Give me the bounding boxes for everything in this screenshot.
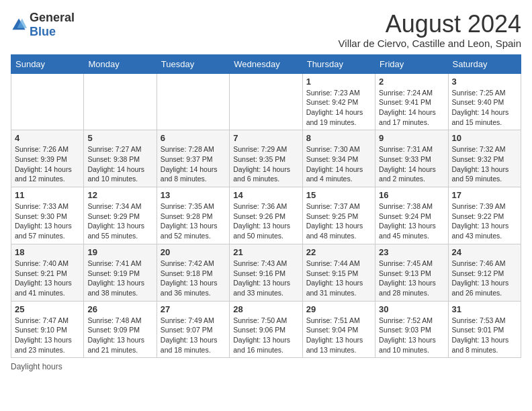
day-info: Sunrise: 7:50 AMSunset: 9:06 PMDaylight:… [233, 316, 298, 355]
logo-text: General Blue [30, 11, 75, 39]
day-info: Sunrise: 7:33 AMSunset: 9:30 PMDaylight:… [15, 201, 80, 241]
calendar-cell: 13Sunrise: 7:35 AMSunset: 9:28 PMDayligh… [157, 187, 229, 244]
day-number: 17 [452, 190, 517, 200]
calendar-cell: 29Sunrise: 7:51 AMSunset: 9:04 PMDayligh… [302, 301, 375, 358]
main-title: August 2024 [339, 11, 521, 38]
calendar-cell: 14Sunrise: 7:36 AMSunset: 9:26 PMDayligh… [230, 187, 302, 244]
day-info: Sunrise: 7:38 AMSunset: 9:24 PMDaylight:… [379, 201, 444, 241]
day-number: 13 [161, 190, 226, 200]
calendar-cell: 5Sunrise: 7:27 AMSunset: 9:38 PMDaylight… [84, 130, 157, 187]
day-info: Sunrise: 7:34 AMSunset: 9:29 PMDaylight:… [87, 201, 152, 241]
calendar-cell: 16Sunrise: 7:38 AMSunset: 9:24 PMDayligh… [375, 187, 448, 244]
calendar-cell: 4Sunrise: 7:26 AMSunset: 9:39 PMDaylight… [11, 130, 84, 187]
calendar-table: SundayMondayTuesdayWednesdayThursdayFrid… [11, 54, 521, 359]
day-number: 3 [452, 77, 517, 87]
day-number: 1 [306, 77, 371, 87]
day-number: 23 [379, 247, 444, 257]
header-day-friday: Friday [375, 54, 448, 73]
day-info: Sunrise: 7:41 AMSunset: 9:19 PMDaylight:… [87, 259, 152, 298]
calendar-cell: 9Sunrise: 7:31 AMSunset: 9:33 PMDaylight… [375, 130, 448, 187]
day-info: Sunrise: 7:37 AMSunset: 9:25 PMDaylight:… [306, 201, 371, 241]
day-info: Sunrise: 7:39 AMSunset: 9:22 PMDaylight:… [452, 201, 517, 241]
day-number: 19 [87, 247, 152, 257]
week-row-5: 25Sunrise: 7:47 AMSunset: 9:10 PMDayligh… [11, 301, 521, 358]
day-number: 30 [379, 304, 444, 314]
calendar-cell: 8Sunrise: 7:30 AMSunset: 9:34 PMDaylight… [302, 130, 375, 187]
footer-note: Daylight hours [11, 362, 521, 371]
day-number: 24 [452, 247, 517, 257]
day-number: 14 [233, 190, 298, 200]
day-number: 15 [306, 190, 371, 200]
day-info: Sunrise: 7:27 AMSunset: 9:38 PMDaylight:… [87, 144, 152, 184]
week-row-3: 11Sunrise: 7:33 AMSunset: 9:30 PMDayligh… [11, 187, 521, 244]
day-info: Sunrise: 7:45 AMSunset: 9:13 PMDaylight:… [379, 259, 444, 298]
day-info: Sunrise: 7:29 AMSunset: 9:35 PMDaylight:… [233, 144, 298, 184]
day-info: Sunrise: 7:43 AMSunset: 9:16 PMDaylight:… [233, 259, 298, 298]
day-number: 16 [379, 190, 444, 200]
calendar-cell: 10Sunrise: 7:32 AMSunset: 9:32 PMDayligh… [448, 130, 521, 187]
day-info: Sunrise: 7:30 AMSunset: 9:34 PMDaylight:… [306, 144, 371, 184]
calendar-body: 1Sunrise: 7:23 AMSunset: 9:42 PMDaylight… [11, 73, 521, 358]
day-number: 29 [306, 304, 371, 314]
calendar-cell: 17Sunrise: 7:39 AMSunset: 9:22 PMDayligh… [448, 187, 521, 244]
calendar-cell [230, 73, 302, 130]
calendar-cell: 19Sunrise: 7:41 AMSunset: 9:19 PMDayligh… [84, 244, 157, 301]
logo: General Blue [11, 11, 75, 39]
calendar-cell: 23Sunrise: 7:45 AMSunset: 9:13 PMDayligh… [375, 244, 448, 301]
calendar-header: SundayMondayTuesdayWednesdayThursdayFrid… [11, 54, 521, 73]
subtitle: Villar de Ciervo, Castille and Leon, Spa… [339, 38, 521, 49]
calendar-cell: 31Sunrise: 7:53 AMSunset: 9:01 PMDayligh… [448, 301, 521, 358]
calendar-cell: 22Sunrise: 7:44 AMSunset: 9:15 PMDayligh… [302, 244, 375, 301]
day-info: Sunrise: 7:31 AMSunset: 9:33 PMDaylight:… [379, 144, 444, 184]
day-number: 9 [379, 133, 444, 143]
calendar-cell: 6Sunrise: 7:28 AMSunset: 9:37 PMDaylight… [157, 130, 229, 187]
day-number: 25 [15, 304, 80, 314]
day-number: 7 [233, 133, 298, 143]
day-number: 20 [161, 247, 226, 257]
day-number: 6 [161, 133, 226, 143]
day-info: Sunrise: 7:24 AMSunset: 9:41 PMDaylight:… [379, 88, 444, 128]
header: General Blue August 2024 Villar de Cierv… [11, 11, 521, 49]
day-info: Sunrise: 7:36 AMSunset: 9:26 PMDaylight:… [233, 201, 298, 241]
day-info: Sunrise: 7:52 AMSunset: 9:03 PMDaylight:… [379, 316, 444, 355]
calendar-cell: 2Sunrise: 7:24 AMSunset: 9:41 PMDaylight… [375, 73, 448, 130]
day-number: 21 [233, 247, 298, 257]
calendar-cell: 28Sunrise: 7:50 AMSunset: 9:06 PMDayligh… [230, 301, 302, 358]
day-number: 27 [161, 304, 226, 314]
day-info: Sunrise: 7:49 AMSunset: 9:07 PMDaylight:… [161, 316, 226, 355]
day-info: Sunrise: 7:46 AMSunset: 9:12 PMDaylight:… [452, 259, 517, 298]
calendar-cell [11, 73, 84, 130]
header-day-monday: Monday [84, 54, 157, 73]
calendar-cell: 15Sunrise: 7:37 AMSunset: 9:25 PMDayligh… [302, 187, 375, 244]
day-number: 8 [306, 133, 371, 143]
day-info: Sunrise: 7:44 AMSunset: 9:15 PMDaylight:… [306, 259, 371, 298]
title-area: August 2024 Villar de Ciervo, Castille a… [339, 11, 521, 49]
day-number: 22 [306, 247, 371, 257]
calendar-cell: 1Sunrise: 7:23 AMSunset: 9:42 PMDaylight… [302, 73, 375, 130]
day-number: 18 [15, 247, 80, 257]
day-info: Sunrise: 7:48 AMSunset: 9:09 PMDaylight:… [87, 316, 152, 355]
calendar-cell [157, 73, 229, 130]
header-row: SundayMondayTuesdayWednesdayThursdayFrid… [11, 54, 521, 73]
day-info: Sunrise: 7:42 AMSunset: 9:18 PMDaylight:… [161, 259, 226, 298]
header-day-sunday: Sunday [11, 54, 84, 73]
calendar-cell: 20Sunrise: 7:42 AMSunset: 9:18 PMDayligh… [157, 244, 229, 301]
header-day-tuesday: Tuesday [157, 54, 229, 73]
week-row-4: 18Sunrise: 7:40 AMSunset: 9:21 PMDayligh… [11, 244, 521, 301]
day-number: 5 [87, 133, 152, 143]
day-info: Sunrise: 7:51 AMSunset: 9:04 PMDaylight:… [306, 316, 371, 355]
day-number: 10 [452, 133, 517, 143]
day-info: Sunrise: 7:25 AMSunset: 9:40 PMDaylight:… [452, 88, 517, 128]
logo-general: General [30, 11, 75, 24]
calendar-cell: 7Sunrise: 7:29 AMSunset: 9:35 PMDaylight… [230, 130, 302, 187]
day-number: 12 [87, 190, 152, 200]
calendar-cell: 24Sunrise: 7:46 AMSunset: 9:12 PMDayligh… [448, 244, 521, 301]
day-number: 26 [87, 304, 152, 314]
calendar-cell: 11Sunrise: 7:33 AMSunset: 9:30 PMDayligh… [11, 187, 84, 244]
week-row-2: 4Sunrise: 7:26 AMSunset: 9:39 PMDaylight… [11, 130, 521, 187]
day-number: 2 [379, 77, 444, 87]
logo-icon [11, 17, 27, 33]
day-number: 11 [15, 190, 80, 200]
day-info: Sunrise: 7:32 AMSunset: 9:32 PMDaylight:… [452, 144, 517, 184]
header-day-thursday: Thursday [302, 54, 375, 73]
